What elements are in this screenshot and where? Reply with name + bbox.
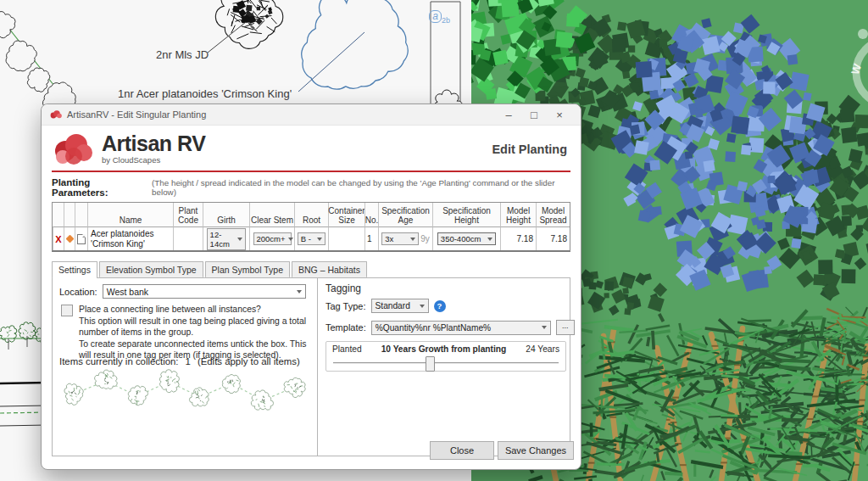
close-window-button[interactable]: × (547, 109, 572, 121)
detail-letter: a (429, 10, 442, 23)
tab-bng-habitats[interactable]: BNG – Habitats (292, 261, 367, 277)
detail-callout: a2b (429, 10, 450, 25)
window-title: ArtisanRV - Edit Singular Planting (67, 109, 496, 120)
col-plant-code: Plant Code (173, 203, 203, 227)
tagging-section-title: Tagging (326, 282, 361, 294)
row-document-icon[interactable] (75, 227, 87, 250)
col-root: Root (294, 203, 328, 227)
connect-line-label: Place a connecting line between all inst… (79, 304, 314, 315)
age-max-label: 24 Years (526, 344, 559, 354)
spec-age-dropdown[interactable]: 3x 9y (378, 227, 432, 250)
app-icon (50, 110, 62, 119)
age-min-label: Planted (332, 344, 362, 354)
chevron-down-icon (317, 238, 322, 243)
tab-elevation-symbol-type[interactable]: Elevation Symbol Type (99, 261, 203, 277)
cell-no: 1 (364, 227, 378, 250)
col-no: No. (364, 203, 378, 227)
save-changes-button[interactable]: Save Changes (498, 441, 574, 460)
col-clear-stem: Clear Stem (249, 203, 294, 227)
chevron-down-icon (237, 238, 242, 243)
items-note: (Edits apply to all items) (198, 356, 300, 366)
col-model-spread: Model Spread (536, 203, 570, 227)
root-dropdown[interactable]: B - (294, 227, 328, 250)
root-value: B - (301, 234, 311, 243)
age-slider-group: Planted 10 Years Growth from planting 24… (326, 341, 566, 372)
artisan-logo-cloud-icon (53, 134, 94, 165)
chevron-down-icon (410, 238, 415, 243)
collection-preview (58, 368, 315, 416)
tab-settings[interactable]: Settings (52, 261, 97, 278)
edit-planting-dialog: ArtisanRV - Edit Singular Planting – □ ×… (41, 103, 581, 470)
template-label: Template: (326, 322, 366, 333)
tag-type-dropdown[interactable]: Standard (371, 299, 429, 313)
clear-stem-dropdown[interactable]: 200cm+ (249, 227, 294, 250)
connect-line-desc1: This option will result in one tag being… (79, 316, 314, 338)
chevron-down-icon (487, 238, 492, 243)
location-dropdown[interactable]: West bank (103, 284, 306, 299)
col-spec-height: Specification Height (432, 203, 500, 227)
cell-model-spread: 7.18 (536, 227, 570, 250)
location-label: Location: (59, 287, 97, 297)
cell-container-size[interactable] (328, 227, 364, 250)
brand-name: Artisan RV (102, 133, 205, 154)
chevron-down-icon (288, 238, 293, 243)
age-slider-track[interactable] (333, 362, 559, 364)
close-button[interactable]: Close (430, 441, 494, 460)
cell-name: Acer platanoides 'Crimson King' (87, 227, 173, 250)
clear-stem-value: 200cm+ (257, 234, 286, 243)
planting-parameters-label: Planting Parameters: (52, 177, 147, 198)
items-in-collection-label: Items currently in collection: (59, 356, 179, 366)
tag-type-value: Standard (376, 301, 410, 310)
tag-type-label: Tag Type: (326, 301, 366, 311)
template-browse-button[interactable]: ... (556, 320, 575, 335)
spec-height-dropdown[interactable]: 350-400cm (432, 227, 500, 250)
planting-parameters-note: (The height / spread indicated in the mo… (152, 178, 570, 197)
girth-dropdown[interactable]: 12-14cm (203, 227, 249, 250)
detail-ref: 2b (442, 16, 450, 25)
row-delete-icon[interactable]: X (53, 227, 64, 250)
col-name: Name (87, 203, 173, 227)
age-current-label: 10 Years Growth from planting (381, 344, 507, 354)
settings-panel: Location: West bank Place a connecting l… (52, 277, 570, 456)
col-girth: Girth (203, 203, 249, 227)
spec-age-value: 3x (385, 234, 393, 243)
col-container-size: Container Size (328, 203, 364, 227)
template-value: %Quantity%nr %PlantName% (376, 323, 491, 333)
chevron-down-icon (542, 326, 547, 332)
minimize-button[interactable]: – (496, 109, 521, 121)
maximize-button[interactable]: □ (521, 109, 547, 121)
spec-height-value: 350-400cm (441, 234, 481, 243)
planting-table: Name Plant Code Girth Clear Stem Root Co… (52, 202, 570, 252)
cell-model-height: 7.18 (500, 227, 536, 250)
template-dropdown[interactable]: %Quantity%nr %PlantName% (371, 321, 551, 335)
dialog-titlebar[interactable]: ArtisanRV - Edit Singular Planting – □ × (42, 104, 581, 126)
location-value: West bank (107, 287, 148, 297)
help-icon[interactable]: ? (434, 300, 446, 312)
plan-tag-mls: 2nr Mls JD (156, 48, 209, 61)
chevron-down-icon (297, 290, 302, 296)
plan-tag-acer: 1nr Acer platanoides 'Crimson King' (118, 87, 292, 100)
age-slider-thumb[interactable] (426, 356, 435, 372)
panel-divider (317, 278, 318, 456)
accent-divider (52, 171, 570, 172)
spec-age-years: 9y (420, 234, 430, 243)
col-model-height: Model Height (500, 203, 536, 227)
tab-plan-symbol-type[interactable]: Plan Symbol Type (205, 261, 290, 277)
page-title: Edit Planting (492, 143, 567, 156)
connect-line-checkbox[interactable] (61, 305, 73, 316)
row-modified-icon[interactable] (64, 227, 75, 250)
items-count: 1 (186, 356, 191, 366)
col-spec-age: Specification Age (378, 203, 432, 227)
cell-plant-code[interactable] (173, 227, 203, 250)
girth-value: 12-14cm (210, 230, 236, 249)
chevron-down-icon (420, 305, 425, 310)
brand-subtitle: by CloudScapes (102, 155, 205, 165)
